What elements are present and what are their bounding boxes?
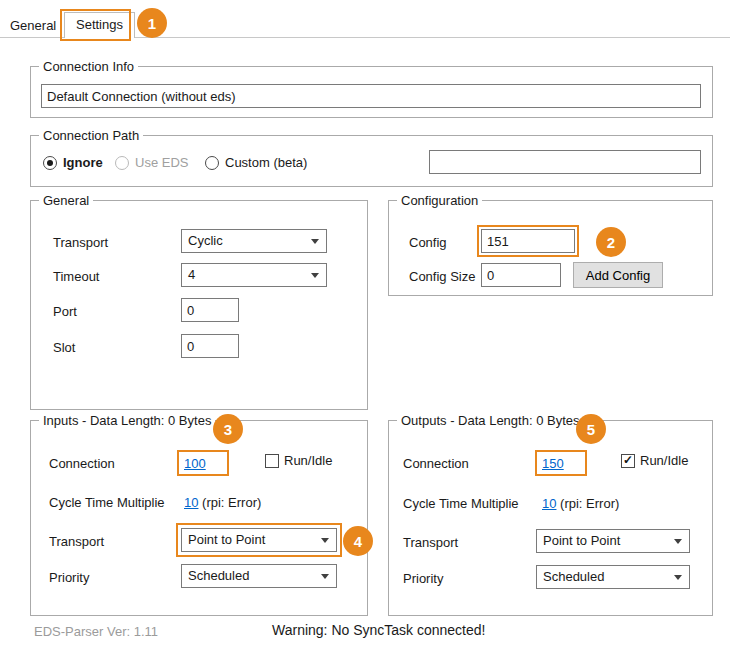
general-group-title: General [39,193,93,208]
radio-circle-icon [43,156,57,170]
outputs-connection-link[interactable]: 150 [542,456,564,471]
connection-info-group: Connection Info [30,66,713,118]
timeout-label: Timeout [53,269,99,284]
radio-circle-icon [115,156,129,170]
transport-select[interactable]: Cyclic [181,229,327,253]
timeout-select-value: 4 [188,267,195,282]
inputs-group: Inputs - Data Length: 0 Bytes 3 Connecti… [30,420,368,616]
chevron-down-icon [321,538,329,543]
chevron-down-icon [311,273,319,278]
outputs-transport-select[interactable]: Point to Point [536,529,690,553]
connection-info-input[interactable] [41,84,701,108]
eds-parser-version: EDS-Parser Ver: 1.11 [34,624,158,639]
chevron-down-icon [674,539,682,544]
outputs-group-title: Outputs - Data Length: 0 Bytes [397,413,584,428]
connection-info-group-title: Connection Info [39,59,138,74]
inputs-transport-select[interactable]: Point to Point [181,528,337,552]
callout-5: 5 [576,414,606,444]
timeout-select[interactable]: 4 [181,263,327,287]
settings-tab-page: General Settings 1 Connection Info Conne… [0,0,730,647]
inputs-priority-select-value: Scheduled [188,568,249,583]
inputs-cycle-suffix: (rpi: Error) [202,495,261,510]
outputs-cycle-label: Cycle Time Multiplie [403,496,519,511]
inputs-group-title: Inputs - Data Length: 0 Bytes [39,413,215,428]
inputs-transport-label: Transport [49,534,104,549]
outputs-connection-label: Connection [403,456,469,471]
callout-3: 3 [213,414,243,444]
port-label: Port [53,304,77,319]
radio-use-eds[interactable]: Use EDS [115,155,188,170]
slot-label: Slot [53,340,75,355]
tab-general[interactable]: General [10,18,56,33]
outputs-transport-select-value: Point to Point [543,533,620,548]
config-input[interactable] [481,229,575,253]
inputs-connection-label: Connection [49,456,115,471]
outputs-priority-select[interactable]: Scheduled [536,565,690,589]
config-label: Config [409,235,447,250]
inputs-priority-label: Priority [49,570,89,585]
config-size-label: Config Size [409,269,475,284]
connection-path-group: Connection Path Ignore Use EDS Custom (b… [30,135,713,187]
radio-ignore[interactable]: Ignore [43,155,103,170]
inputs-cycle-label: Cycle Time Multiplie [49,495,165,510]
chevron-down-icon [311,239,319,244]
callout-4: 4 [343,526,373,556]
inputs-priority-select[interactable]: Scheduled [181,564,337,588]
chevron-down-icon [321,574,329,579]
callout-1: 1 [137,8,167,38]
inputs-run-idle-label: Run/Idle [284,453,332,468]
inputs-run-idle-checkbox[interactable]: Run/Idle [265,453,332,468]
port-input[interactable] [181,298,239,322]
general-group: General Transport Cyclic Timeout 4 Port … [30,200,368,410]
tab-settings[interactable]: Settings [64,12,135,38]
slot-input[interactable] [181,334,239,358]
inputs-cycle-value-row: 10 (rpi: Error) [184,495,261,510]
radio-ignore-label: Ignore [63,155,103,170]
outputs-transport-label: Transport [403,535,458,550]
radio-use-eds-label: Use EDS [135,155,188,170]
transport-select-value: Cyclic [188,233,223,248]
checkbox-icon [621,454,635,468]
radio-circle-icon [205,156,219,170]
inputs-cycle-link[interactable]: 10 [184,495,198,510]
outputs-group: Outputs - Data Length: 0 Bytes 5 Connect… [388,420,713,616]
callout-2: 2 [596,227,626,257]
config-size-input[interactable] [481,263,561,287]
checkbox-icon [265,454,279,468]
chevron-down-icon [674,575,682,580]
outputs-priority-select-value: Scheduled [543,569,604,584]
outputs-cycle-link[interactable]: 10 [542,496,556,511]
inputs-transport-select-value: Point to Point [188,532,265,547]
radio-custom-beta[interactable]: Custom (beta) [205,155,307,170]
radio-custom-beta-label: Custom (beta) [225,155,307,170]
outputs-priority-label: Priority [403,571,443,586]
connection-path-group-title: Connection Path [39,128,143,143]
configuration-group-title: Configuration [397,193,482,208]
transport-label: Transport [53,235,108,250]
inputs-connection-link[interactable]: 100 [184,456,206,471]
configuration-group: Configuration Config 2 Config Size Add C… [388,200,713,296]
add-config-button[interactable]: Add Config [573,262,663,288]
synctask-warning: Warning: No SyncTask connected! [272,622,485,638]
outputs-cycle-suffix: (rpi: Error) [560,496,619,511]
outputs-cycle-value-row: 10 (rpi: Error) [542,496,619,511]
outputs-run-idle-label: Run/Idle [640,453,688,468]
outputs-run-idle-checkbox[interactable]: Run/Idle [621,453,688,468]
connection-path-input[interactable] [429,150,701,174]
